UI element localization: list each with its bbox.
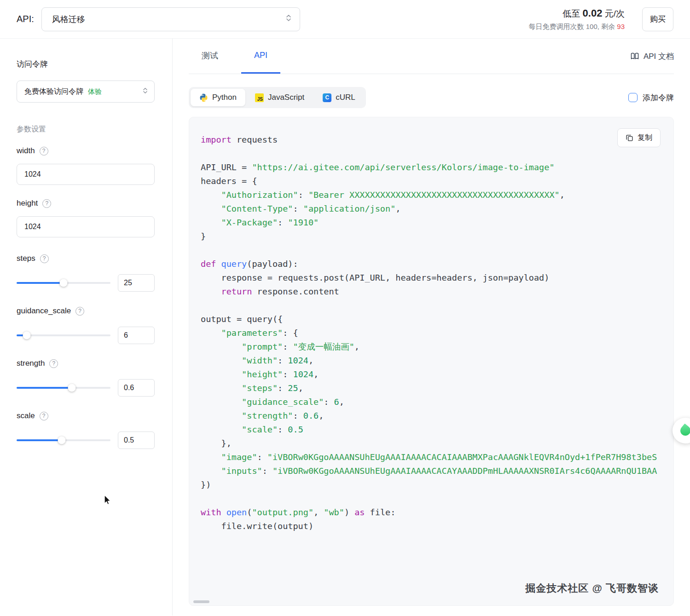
price-unit: 元/次 xyxy=(605,9,625,18)
scale-slider[interactable] xyxy=(17,439,110,441)
tab-test[interactable]: 测试 xyxy=(189,39,231,74)
lang-tab-python[interactable]: Python xyxy=(191,89,245,106)
strength-value-input[interactable] xyxy=(118,379,155,397)
price-value: 0.02 xyxy=(583,7,603,19)
steps-value-input[interactable] xyxy=(118,274,155,292)
guidance-scale-slider-knob[interactable] xyxy=(23,332,31,340)
strength-slider[interactable] xyxy=(17,387,110,389)
param-guidance-scale-label: guidance_scale xyxy=(17,306,71,316)
guidance-scale-value-input[interactable] xyxy=(118,327,155,344)
api-label: API: xyxy=(17,14,34,24)
watermark: 掘金技术社区 @ 飞哥数智谈 xyxy=(525,581,659,595)
steps-slider-knob[interactable] xyxy=(60,279,68,287)
code-block: import requests API_URL = "https://ai.gi… xyxy=(201,133,673,533)
horizontal-scrollbar[interactable] xyxy=(193,600,209,603)
api-docs-label: API 文档 xyxy=(644,51,674,62)
chevron-updown-icon xyxy=(143,87,148,96)
add-token-checkbox[interactable] xyxy=(628,93,638,102)
token-badge: 体验 xyxy=(88,87,102,96)
param-height-label: height xyxy=(17,199,38,208)
param-guidance-scale: guidance_scale ? xyxy=(17,306,155,344)
help-icon[interactable]: ? xyxy=(40,412,48,420)
scale-value-input[interactable] xyxy=(118,432,155,449)
strength-slider-fill xyxy=(17,387,72,389)
param-strength: strength ? xyxy=(17,359,155,397)
token-select[interactable]: 免费体验访问令牌 体验 xyxy=(17,81,155,103)
code-panel: import requests API_URL = "https://ai.gi… xyxy=(189,117,674,606)
python-icon xyxy=(199,93,208,102)
help-icon[interactable]: ? xyxy=(75,307,84,316)
language-row: Python JS JavaScript C cURL 添加令牌 xyxy=(189,87,674,108)
guidance-scale-slider[interactable] xyxy=(17,334,110,336)
scale-slider-knob[interactable] xyxy=(58,437,65,444)
params-heading: 参数设置 xyxy=(17,125,155,134)
lang-tab-curl[interactable]: C cURL xyxy=(314,89,364,106)
buy-button[interactable]: 购买 xyxy=(642,7,673,31)
language-tabs: Python JS JavaScript C cURL xyxy=(189,87,366,108)
model-select-value: 风格迁移 xyxy=(52,14,85,25)
help-icon[interactable]: ? xyxy=(40,254,49,263)
param-steps: steps ? xyxy=(17,254,155,292)
lang-tab-javascript-label: JavaScript xyxy=(268,93,304,102)
steps-slider[interactable] xyxy=(17,282,110,284)
help-icon[interactable]: ? xyxy=(49,359,58,368)
help-icon[interactable]: ? xyxy=(40,147,48,155)
javascript-icon: JS xyxy=(255,93,264,102)
tab-bar: 测试 API API 文档 xyxy=(189,39,674,74)
strength-slider-knob[interactable] xyxy=(68,384,76,392)
curl-icon: C xyxy=(323,93,331,102)
model-select[interactable]: 风格迁移 xyxy=(41,7,300,31)
add-token-label: 添加令牌 xyxy=(643,92,674,103)
topbar: API: 风格迁移 低至 0.02 元/次 每日免费调用次数 100, 剩余 9… xyxy=(0,0,690,39)
price-block: 低至 0.02 元/次 每日免费调用次数 100, 剩余 93 xyxy=(529,7,625,31)
add-token-control: 添加令牌 xyxy=(628,92,674,103)
sidebar: 访问令牌 免费体验访问令牌 体验 参数设置 width ? height ? xyxy=(0,39,173,616)
param-height: height ? xyxy=(17,199,155,237)
token-select-value: 免费体验访问令牌 xyxy=(24,87,83,97)
leaf-icon xyxy=(678,424,690,438)
lang-tab-curl-label: cURL xyxy=(336,93,355,102)
param-strength-label: strength xyxy=(17,359,45,368)
copy-icon xyxy=(626,134,633,142)
chevron-updown-icon xyxy=(286,14,291,24)
steps-slider-fill xyxy=(17,282,64,284)
tab-api[interactable]: API xyxy=(241,39,280,74)
width-input[interactable] xyxy=(17,164,155,185)
quota-remaining: 93 xyxy=(617,23,625,30)
token-heading: 访问令牌 xyxy=(17,59,155,69)
price-line: 低至 0.02 元/次 xyxy=(529,7,625,20)
main-content: 测试 API API 文档 Python JS JavaScript xyxy=(173,39,690,616)
param-width-label: width xyxy=(17,146,35,155)
quota-line: 每日免费调用次数 100, 剩余 93 xyxy=(529,23,625,31)
lang-tab-javascript[interactable]: JS JavaScript xyxy=(246,89,313,106)
scale-slider-fill xyxy=(17,439,62,441)
copy-button-label: 复制 xyxy=(638,133,652,143)
param-steps-label: steps xyxy=(17,254,35,263)
book-icon xyxy=(630,52,639,61)
quota-prefix: 每日免费调用次数 100, 剩余 xyxy=(529,23,615,30)
param-scale: scale ? xyxy=(17,411,155,449)
height-input[interactable] xyxy=(17,216,155,237)
price-prefix: 低至 xyxy=(562,9,580,18)
copy-button[interactable]: 复制 xyxy=(617,128,661,147)
param-scale-label: scale xyxy=(17,411,35,420)
param-width: width ? xyxy=(17,146,155,185)
help-icon[interactable]: ? xyxy=(42,199,51,208)
lang-tab-python-label: Python xyxy=(212,93,237,102)
api-docs-link[interactable]: API 文档 xyxy=(630,51,674,62)
